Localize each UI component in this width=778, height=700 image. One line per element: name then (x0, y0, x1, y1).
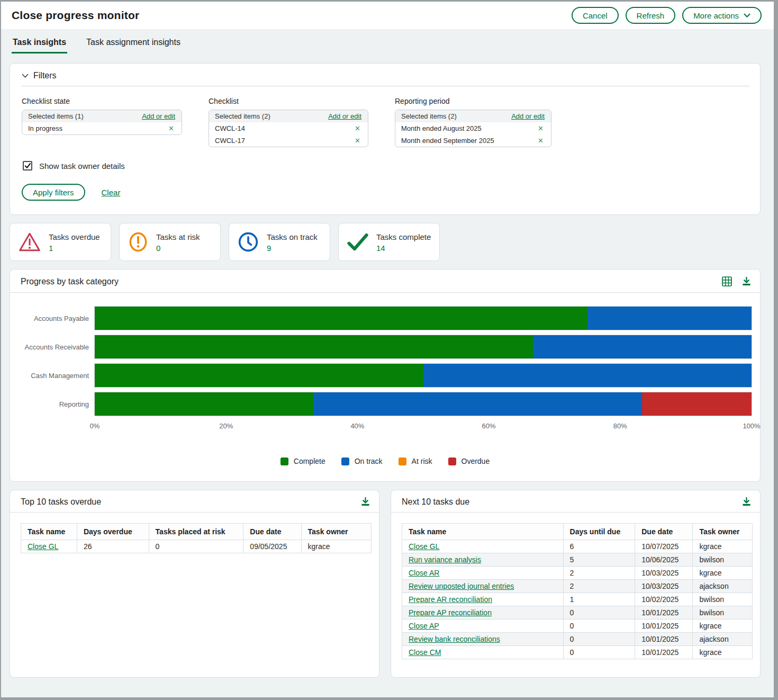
table-cell: 0 (563, 606, 635, 620)
task-name-cell: Review bank reconciliations (402, 633, 564, 646)
filter-selected-item: Month ended September 2025✕ (395, 134, 551, 147)
task-link[interactable]: Review bank reconciliations (409, 635, 500, 643)
download-icon[interactable] (360, 497, 370, 507)
summary-card-label: Tasks on track (267, 232, 318, 241)
table-row: Review unposted journal entries210/03/20… (402, 580, 753, 593)
apply-filters-button[interactable]: Apply filters (22, 184, 85, 201)
add-or-edit-link[interactable]: Add or edit (511, 112, 545, 120)
more-actions-button-label: More actions (693, 11, 739, 20)
refresh-button[interactable]: Refresh (626, 7, 676, 24)
bar-segment-complete[interactable] (95, 335, 533, 358)
axis-tick-label: 0% (90, 422, 100, 430)
bar-segment-overdue[interactable] (642, 392, 752, 416)
table-row: Prepare AR reconciliation110/02/2025bwil… (402, 593, 753, 606)
chart-x-axis: 0%20%40%60%80%100% (95, 422, 752, 432)
summary-cards-row: Tasks overdue1Tasks at risk0Tasks on tra… (10, 223, 761, 261)
chart-category-row: Cash Management (16, 364, 752, 387)
add-or-edit-link[interactable]: Add or edit (328, 112, 361, 120)
progress-chart-panel: Progress by task category Accounts Payab… (10, 269, 761, 482)
table-cell: 10/03/2025 (635, 567, 693, 580)
bar-segment-on-track[interactable] (313, 392, 642, 416)
table-cell: 10/02/2025 (635, 593, 693, 606)
legend-item-on-track[interactable]: On track (341, 457, 383, 465)
summary-card-text: Tasks overdue1 (49, 231, 100, 253)
checkmark-icon (24, 163, 31, 169)
filter-selected-item: In progress✕ (22, 122, 182, 134)
task-link[interactable]: Prepare AR reconciliation (409, 595, 492, 604)
table-grid-icon[interactable] (722, 276, 732, 286)
legend-swatch (281, 457, 288, 465)
show-task-owner-checkbox[interactable] (23, 161, 32, 170)
summary-card-text: Tasks on track9 (267, 231, 318, 253)
apply-filters-label: Apply filters (33, 188, 74, 197)
bar-segment-on-track[interactable] (423, 364, 752, 387)
table-row: Review bank reconciliations010/01/2025aj… (402, 633, 753, 646)
filter-item-label: Month ended August 2025 (401, 124, 482, 132)
task-name-cell: Run variance analysis (402, 553, 564, 567)
filter-item-label: In progress (28, 124, 62, 132)
add-or-edit-link[interactable]: Add or edit (142, 112, 175, 120)
task-link[interactable]: Close GL (28, 542, 58, 551)
table-cell: kgrace (693, 620, 753, 633)
remove-item-icon[interactable]: ✕ (354, 137, 361, 144)
bar-segment-on-track[interactable] (533, 335, 752, 358)
bottom-tables-row: Top 10 tasks overdue Task nameDays overd… (10, 490, 761, 678)
task-link[interactable]: Close CM (409, 648, 441, 657)
download-icon[interactable] (741, 276, 752, 286)
task-name-cell: Close GL (402, 540, 564, 553)
titlebar: Close progress monitor Cancel Refresh Mo… (1, 2, 774, 29)
titlebar-actions: Cancel Refresh More actions (572, 7, 762, 24)
legend-item-at-risk[interactable]: At risk (399, 457, 432, 465)
bar-segment-complete[interactable] (95, 392, 313, 416)
cancel-button[interactable]: Cancel (572, 7, 619, 24)
summary-card[interactable]: Tasks complete14 (338, 223, 440, 261)
exclamation-circle-icon (128, 232, 148, 252)
bar-segment-complete[interactable] (95, 307, 587, 330)
more-actions-button[interactable]: More actions (682, 7, 762, 24)
legend-item-overdue[interactable]: Overdue (448, 457, 490, 465)
filter-group: ChecklistSelected items (2)Add or editCW… (209, 97, 368, 147)
tab-task-insights[interactable]: Task insights (12, 32, 67, 53)
remove-item-icon[interactable]: ✕ (167, 125, 175, 132)
task-link[interactable]: Review unposted journal entries (409, 582, 514, 590)
table-row: Close CM010/01/2025kgrace (402, 646, 753, 659)
download-icon[interactable] (741, 497, 752, 507)
bar-segment-on-track[interactable] (587, 307, 752, 330)
chart-plot-area (95, 307, 752, 330)
task-link[interactable]: Run variance analysis (409, 555, 481, 564)
legend-item-complete[interactable]: Complete (281, 457, 325, 465)
remove-item-icon[interactable]: ✕ (354, 125, 361, 132)
table-cell: 6 (563, 540, 635, 553)
task-link[interactable]: Close AP (409, 622, 439, 630)
show-task-owner-row: Show task owner details (23, 161, 748, 170)
remove-item-icon[interactable]: ✕ (537, 137, 545, 144)
task-link[interactable]: Close AR (409, 569, 439, 577)
table-cell: bwilson (693, 593, 753, 606)
table-cell: kgrace (301, 540, 371, 553)
filters-header[interactable]: Filters (22, 71, 749, 86)
main-content: Filters Checklist stateSelected items (1… (1, 63, 774, 678)
bar-segment-complete[interactable] (95, 364, 423, 387)
table-cell: 0 (563, 620, 635, 633)
filter-item-label: Month ended September 2025 (401, 137, 494, 145)
warning-triangle-icon (19, 231, 41, 253)
summary-card[interactable]: Tasks at risk0 (119, 223, 221, 261)
axis-tick-label: 100% (743, 422, 760, 430)
summary-card-label: Tasks overdue (49, 232, 100, 241)
selected-items-count: Selected items (1) (28, 112, 84, 120)
table-cell: ajackson (693, 633, 753, 646)
task-link[interactable]: Prepare AP reconciliation (409, 608, 492, 617)
summary-card[interactable]: Tasks overdue1 (10, 223, 111, 261)
summary-card[interactable]: Tasks on track9 (229, 223, 330, 261)
table-cell: 2 (563, 580, 635, 593)
task-name-cell: Close GL (21, 540, 77, 553)
clear-filters-link[interactable]: Clear (102, 188, 121, 197)
column-header: Task name (402, 524, 564, 540)
chart-category-row: Reporting (16, 392, 752, 416)
task-link[interactable]: Close GL (409, 542, 439, 551)
next-due-tasks-title: Next 10 tasks due (402, 497, 469, 507)
tab-task-assignment-insights[interactable]: Task assignment insights (85, 32, 182, 53)
remove-item-icon[interactable]: ✕ (537, 125, 545, 132)
chart-legend: CompleteOn trackAt riskOverdue (10, 457, 760, 465)
chevron-down-icon (22, 74, 29, 78)
